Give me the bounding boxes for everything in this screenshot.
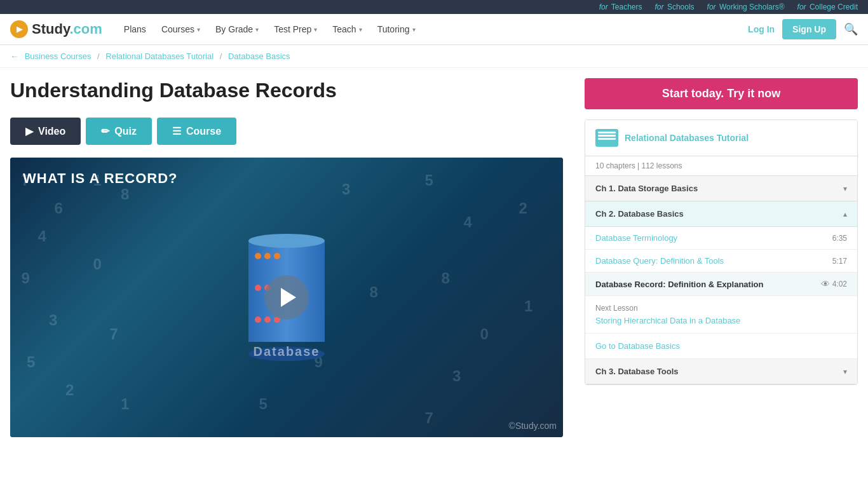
signup-button[interactable]: Sign Up [782, 19, 836, 39]
page-title: Understanding Database Records [10, 78, 572, 102]
db-label: Database [254, 344, 320, 359]
nav-test-prep[interactable]: Test Prep ▾ [268, 20, 323, 38]
chapter-3-title: Ch 3. Database Tools [595, 367, 679, 376]
chapter-2-row[interactable]: Ch 2. Database Basics ▴ [585, 201, 857, 227]
top-bar-schools[interactable]: Schools [667, 3, 695, 11]
top-bar-working-scholars[interactable]: Working Scholars® [719, 3, 785, 11]
course-header: Relational Databases Tutorial [585, 120, 857, 156]
next-lesson-link[interactable]: Storing Hierarchical Data in a Database [595, 316, 740, 325]
video-container: 76 14 93 52 80 71 54 80 37 21 69 53 8 WH… [10, 158, 563, 437]
lesson-record-duration: 👁 4:02 [821, 279, 847, 289]
nav-teach[interactable]: Teach ▾ [326, 20, 368, 38]
back-arrow: ← [10, 51, 18, 61]
list-icon: ☰ [172, 125, 181, 137]
chapter-2-title: Ch 2. Database Basics [595, 209, 684, 219]
lesson-record-title: Database Record: Definition & Explanatio… [595, 280, 763, 289]
nav-plans[interactable]: Plans [118, 20, 153, 38]
action-buttons: ▶ Video ✏ Quiz ☰ Course [10, 118, 572, 145]
header: ▶ Study.com Plans Courses ▾ By Grade ▾ T… [0, 14, 868, 45]
right-panel: Start today. Try it now Relational Datab… [585, 78, 858, 437]
go-to-database-basics[interactable]: Go to Database Basics [585, 334, 857, 359]
chapter-1-title: Ch 1. Data Storage Basics [595, 184, 698, 193]
course-sidebar-title[interactable]: Relational Databases Tutorial [625, 133, 749, 143]
watermark: ©Study.com [509, 421, 557, 431]
lesson-database-terminology: Database Terminology 6:35 [585, 227, 857, 250]
next-lesson-section: Next Lesson Storing Hierarchical Data in… [585, 296, 857, 334]
breadcrumb: ← Business Courses / Relational Database… [0, 45, 868, 68]
video-thumbnail[interactable]: 76 14 93 52 80 71 54 80 37 21 69 53 8 WH… [10, 158, 563, 437]
lesson-terminology-link[interactable]: Database Terminology [595, 233, 677, 243]
nav-courses[interactable]: Courses ▾ [155, 20, 207, 38]
top-bar: for Teachers for Schools for Working Sch… [0, 0, 868, 14]
logo-icon: ▶ [10, 20, 28, 38]
main-nav: Plans Courses ▾ By Grade ▾ Test Prep ▾ T… [118, 20, 422, 38]
lesson-database-record: Database Record: Definition & Explanatio… [585, 273, 857, 296]
logo[interactable]: ▶ Study.com [10, 20, 102, 38]
lesson-database-query: Database Query: Definition & Tools 5:17 [585, 250, 857, 273]
nav-tutoring[interactable]: Tutoring ▾ [371, 20, 422, 38]
login-button[interactable]: Log In [748, 24, 775, 34]
search-icon[interactable]: 🔍 [844, 22, 858, 36]
chapter-1-chevron: ▾ [843, 184, 847, 193]
lesson-query-link[interactable]: Database Query: Definition & Tools [595, 256, 724, 266]
lesson-terminology-duration: 6:35 [832, 234, 847, 243]
quiz-button[interactable]: ✏ Quiz [86, 118, 152, 145]
breadcrumb-relational-databases[interactable]: Relational Databases Tutorial [105, 51, 214, 61]
top-bar-teachers[interactable]: Teachers [611, 3, 642, 11]
lesson-query-duration: 5:17 [832, 257, 847, 266]
nav-by-grade[interactable]: By Grade ▾ [209, 20, 265, 38]
next-lesson-label: Next Lesson [595, 304, 847, 313]
play-button[interactable] [264, 275, 309, 320]
chapter-3-row[interactable]: Ch 3. Database Tools ▾ [585, 359, 857, 384]
chapter-1-row[interactable]: Ch 1. Data Storage Basics ▾ [585, 176, 857, 201]
try-it-button[interactable]: Start today. Try it now [585, 78, 858, 109]
video-icon: ▶ [25, 125, 33, 137]
course-sidebar: Relational Databases Tutorial 10 chapter… [585, 119, 858, 385]
left-panel: Understanding Database Records ▶ Video ✏… [10, 78, 572, 437]
chapter-2-chevron: ▴ [843, 210, 847, 219]
pencil-icon: ✏ [101, 125, 109, 137]
main-content: Understanding Database Records ▶ Video ✏… [0, 68, 868, 447]
eye-icon: 👁 [821, 279, 830, 289]
video-question: WHAT IS A RECORD? [23, 170, 178, 187]
breadcrumb-database-basics[interactable]: Database Basics [228, 51, 290, 61]
course-sidebar-icon [595, 129, 618, 147]
play-triangle-icon [281, 288, 296, 307]
top-bar-college-credit[interactable]: College Credit [810, 3, 858, 11]
video-button[interactable]: ▶ Video [10, 118, 81, 145]
course-button[interactable]: ☰ Course [157, 118, 236, 145]
course-meta: 10 chapters | 112 lessons [585, 156, 857, 176]
header-right: Log In Sign Up 🔍 [748, 19, 858, 39]
breadcrumb-business-courses[interactable]: Business Courses [25, 51, 92, 61]
chapter-3-chevron: ▾ [843, 367, 847, 376]
